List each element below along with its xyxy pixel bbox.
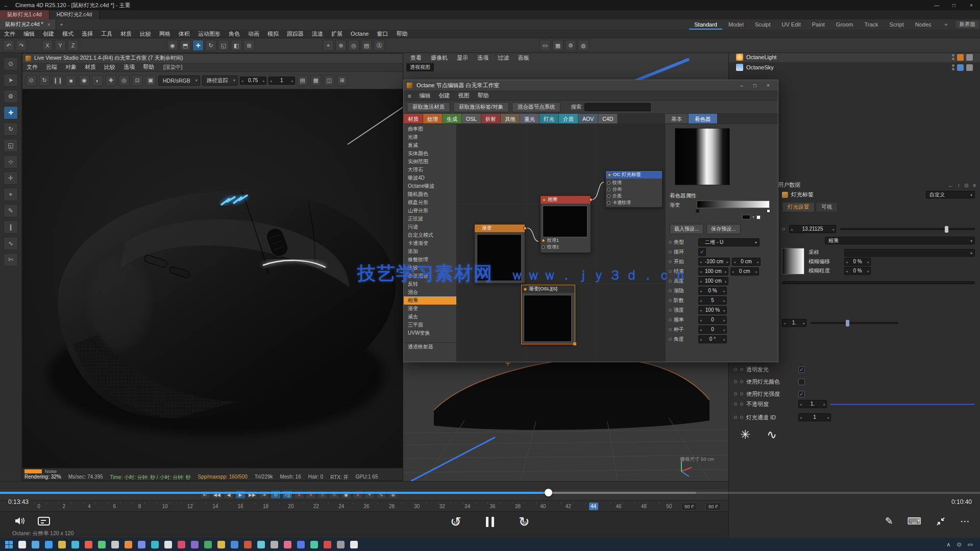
rewind-10-button[interactable]: ↺ 10 [447, 513, 464, 531]
timeline-range-field[interactable]: 50 F [705, 503, 721, 511]
taskbar-app-icon[interactable] [217, 541, 225, 548]
viewport-menu-item[interactable]: 过滤 [494, 54, 513, 62]
ne-menu-item[interactable]: 视图 [454, 92, 473, 99]
doc-tab-2[interactable]: HDR灯光2.c4d [50, 10, 100, 19]
octane-tag-icon[interactable] [957, 64, 964, 71]
multiply-node[interactable]: 相乘 纹理1 纹理2 [540, 195, 591, 253]
frame-label[interactable]: 44 [589, 503, 598, 510]
lv-menu-item[interactable]: 文件 [22, 63, 42, 71]
power-slider[interactable] [840, 228, 975, 230]
timeline-end-field[interactable]: 50 F [681, 503, 697, 511]
output-port[interactable] [589, 198, 593, 202]
layer-tag-icon[interactable] [966, 54, 973, 61]
lv-view-icon[interactable]: ⊞ [337, 75, 348, 86]
object-tags[interactable] [952, 54, 980, 61]
viewport-menu-item[interactable]: 查看 [406, 54, 426, 62]
render-icon[interactable]: ▦ [552, 40, 564, 51]
object-tags[interactable] [952, 64, 980, 71]
side-tool-icon[interactable]: ⊹ [4, 155, 18, 168]
am-search-icon[interactable]: ⊙ [964, 182, 969, 188]
forward-30-button[interactable]: ↻ 30 [516, 513, 533, 531]
lv-tool-icon[interactable]: ◎ [118, 75, 130, 86]
snap-icon[interactable]: ⌖ [323, 40, 334, 51]
load-preset-button[interactable]: 载入预设... [670, 224, 703, 234]
texture-list-item[interactable]: UVW变换 [404, 329, 456, 337]
lv-tool-icon[interactable]: ◉ [79, 75, 90, 86]
texture-list-item[interactable]: 实例范围 [404, 158, 456, 166]
preset-select[interactable]: 自定义 [926, 191, 975, 198]
input-port[interactable] [607, 194, 610, 198]
menu-item[interactable]: 流道 [308, 30, 327, 38]
node-graph-icon[interactable]: ∿ [763, 427, 781, 443]
taskbar-app-icon[interactable] [58, 541, 66, 548]
snap-icon[interactable]: Ⓐ [374, 40, 385, 51]
taskbar-app-icon[interactable] [71, 541, 79, 548]
property-value-field[interactable]: 0 % [698, 287, 727, 295]
frame-label[interactable]: 50 [665, 503, 674, 510]
taskbar-app-icon[interactable] [178, 541, 185, 548]
frame-label[interactable]: 20 [286, 503, 296, 510]
layout-tab[interactable]: Sculpt [750, 19, 776, 30]
doc-tab-1[interactable]: 鼠标灯光1.c4d [0, 10, 50, 19]
history-back-icon[interactable]: ← [948, 182, 953, 188]
frame-label[interactable]: 14 [211, 503, 220, 510]
taskbar-app-icon[interactable] [85, 541, 92, 548]
texture-list-item[interactable]: 实体颜色 [404, 149, 456, 158]
texture-list-item[interactable]: 比较 [404, 264, 456, 272]
taskbar-app-icon[interactable] [164, 541, 172, 548]
property-value-field[interactable]: 5 [698, 296, 727, 305]
node-category-tab[interactable]: AOV [578, 114, 598, 123]
keyframe-dot-icon[interactable] [669, 260, 672, 263]
side-tool-icon[interactable]: ✄ [4, 253, 18, 266]
lv-tool-icon[interactable]: ↻ [39, 75, 50, 86]
start-button[interactable] [5, 541, 13, 548]
menu-item[interactable]: 材质 [116, 30, 136, 38]
texture-list-item[interactable]: 相乘 [404, 296, 456, 305]
texture-list-item[interactable]: 三平面 [404, 321, 456, 329]
render-pass-chip[interactable] [24, 469, 42, 473]
keyframe-dot-icon[interactable] [734, 403, 737, 406]
side-tool-icon[interactable]: ❙ [4, 220, 18, 234]
texture-list-item[interactable]: 大理石 [404, 166, 456, 174]
lv-view-icon[interactable]: ◫ [324, 75, 335, 86]
gradient-osl-node[interactable]: 渐变(OSL)[S] [521, 285, 575, 344]
intensity-knob[interactable] [846, 320, 849, 327]
minimize-button[interactable]: — [928, 0, 945, 10]
frame-label[interactable]: 36 [488, 503, 497, 510]
viewport-menu-item[interactable]: 显示 [453, 54, 472, 62]
ne-action-button[interactable]: 混合器节点系统 [512, 102, 561, 112]
property-value-field[interactable]: 100 cm [698, 267, 728, 276]
power-value-field[interactable]: 13.21125 [789, 225, 836, 233]
texture-list-item[interactable]: 卡通渐变 [404, 239, 456, 247]
input-port[interactable] [607, 181, 610, 185]
lv-menu-item[interactable]: 选项 [119, 63, 139, 71]
frame-label[interactable]: 10 [160, 503, 169, 510]
property-value-field[interactable]: 100 % [698, 306, 727, 314]
node-category-tab[interactable]: 其他 [501, 114, 520, 123]
tool-icon[interactable]: ⬒ [180, 40, 191, 51]
keyframe-dot-icon[interactable] [734, 392, 737, 395]
snap-icon[interactable]: ◎ [348, 40, 359, 51]
lv-menu-item[interactable]: 材质 [81, 63, 100, 71]
menu-item[interactable]: 编辑 [19, 30, 39, 38]
output-port[interactable] [523, 227, 527, 230]
tool-icon[interactable]: ⊞ [243, 40, 255, 51]
property-value-field[interactable]: -100 cm [698, 258, 730, 266]
keyframe-dot-icon[interactable] [740, 403, 743, 406]
taskbar-app-icon[interactable] [138, 541, 145, 548]
option-checkbox[interactable] [798, 366, 805, 373]
taskbar-app-icon[interactable] [45, 541, 53, 548]
taskbar-app-icon[interactable] [125, 541, 132, 548]
lv-tool-icon[interactable]: ⊙ [26, 75, 37, 86]
texture-list-item[interactable]: 余弦混合 [404, 272, 456, 280]
menu-item[interactable]: 窗口 [373, 30, 392, 38]
side-tool-icon[interactable]: ✛ [4, 171, 18, 185]
keyboard-shortcuts-icon[interactable]: ⌨ [908, 515, 921, 527]
keyframe-dot-icon[interactable] [740, 392, 743, 395]
frame-label[interactable]: 38 [513, 503, 522, 510]
texture-list-item[interactable]: 自定义模式 [404, 231, 456, 239]
lv-tool-icon[interactable]: ▣ [145, 75, 156, 86]
texture-list-item[interactable]: 曲率图 [404, 125, 456, 133]
lv-menu-item[interactable]: 对象 [61, 63, 81, 71]
live-viewer-titlebar[interactable]: Live Viewer Studio 2021.1.4-(R4) 白无常工作室 … [22, 54, 403, 63]
